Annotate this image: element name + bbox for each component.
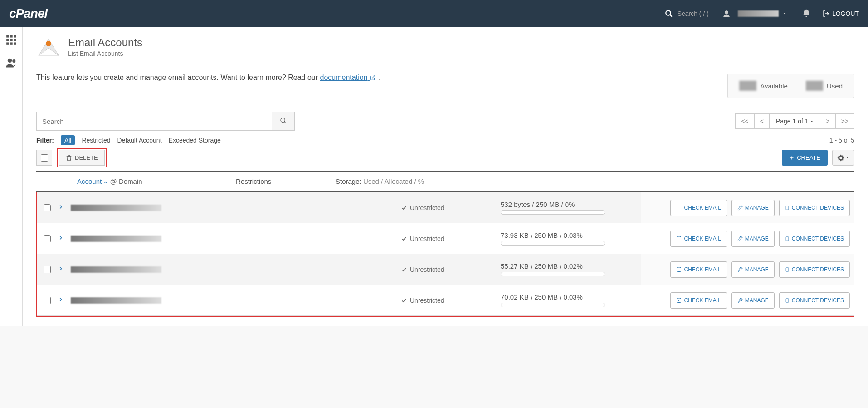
table-header: Account @ Domain Restrictions Storage: U… (36, 172, 854, 192)
svg-point-17 (281, 118, 285, 122)
external-icon (676, 205, 682, 211)
connect-devices-button[interactable]: CONNECT DEVICES (779, 200, 850, 216)
storage-text: 70.02 KB / 250 MB / 0.03% (501, 293, 641, 301)
expand-button[interactable] (58, 265, 64, 273)
page-next-button[interactable]: > (820, 113, 835, 129)
manage-button[interactable]: MANAGE (731, 292, 775, 309)
check-icon (401, 205, 407, 211)
expand-button[interactable] (58, 296, 64, 304)
chevron-right-icon (58, 204, 64, 210)
left-sidebar (0, 27, 23, 326)
notifications-button[interactable] (802, 9, 811, 19)
restriction-label: Unrestricted (410, 204, 444, 211)
svg-rect-3 (6, 35, 9, 37)
chevron-right-icon (58, 235, 64, 241)
expand-button[interactable] (58, 204, 64, 211)
device-icon (785, 236, 790, 242)
restriction-cell: Unrestricted (401, 266, 501, 273)
documentation-link[interactable]: documentation (320, 74, 376, 81)
search-input[interactable] (36, 112, 272, 131)
column-restrictions[interactable]: Restrictions (236, 177, 336, 185)
search-icon (280, 117, 287, 124)
cpanel-logo[interactable]: cPanel (9, 6, 47, 21)
stats-box: Available Used (727, 74, 854, 98)
check-email-button[interactable]: CHECK EMAIL (670, 231, 727, 247)
check-icon (401, 266, 407, 273)
user-menu[interactable] (722, 10, 790, 18)
svg-rect-10 (10, 42, 12, 44)
email-accounts-icon (36, 37, 61, 57)
page-first-button[interactable]: << (735, 113, 754, 129)
filter-bar: Filter: All Restricted Default Account E… (36, 135, 221, 145)
table-row: Unrestricted 73.93 KB / 250 MB / 0.03% C… (37, 223, 854, 254)
logout-icon (822, 10, 829, 17)
wrench-icon (737, 298, 743, 303)
row-checkbox[interactable] (44, 204, 51, 211)
main-content: Email Accounts List Email Accounts This … (23, 27, 868, 326)
storage-bar (501, 210, 605, 215)
available-count-redacted (739, 81, 756, 91)
wrench-icon (737, 267, 743, 272)
page-title: Email Accounts (68, 36, 142, 49)
search-placeholder-text: Search ( / ) (678, 10, 709, 17)
connect-devices-button[interactable]: CONNECT DEVICES (779, 231, 850, 247)
connect-devices-button[interactable]: CONNECT DEVICES (779, 261, 850, 278)
trash-icon (66, 155, 72, 161)
row-checkbox[interactable] (44, 297, 51, 304)
filter-exceeded-storage[interactable]: Exceeded Storage (169, 137, 221, 144)
select-all-wrapper[interactable] (36, 150, 52, 166)
external-link-icon (370, 74, 376, 81)
storage-bar (501, 241, 605, 246)
bell-icon (802, 9, 811, 18)
row-checkbox[interactable] (44, 266, 51, 273)
svg-point-0 (666, 10, 671, 15)
sidebar-users-button[interactable] (5, 56, 18, 70)
filter-label: Filter: (36, 137, 54, 144)
sidebar-apps-button[interactable] (5, 34, 17, 47)
manage-button[interactable]: MANAGE (731, 200, 775, 216)
check-email-button[interactable]: CHECK EMAIL (670, 292, 727, 309)
svg-rect-27 (786, 298, 789, 302)
svg-rect-23 (786, 236, 789, 240)
users-icon (5, 56, 18, 69)
filter-all[interactable]: All (61, 135, 75, 145)
storage-cell: 532 bytes / 250 MB / 0% (501, 201, 641, 215)
username-redacted (738, 10, 779, 17)
result-count: 1 - 5 of 5 (829, 137, 854, 144)
device-icon (785, 297, 790, 304)
manage-button[interactable]: MANAGE (731, 261, 775, 278)
check-email-button[interactable]: CHECK EMAIL (670, 261, 727, 278)
delete-button[interactable]: DELETE (59, 150, 105, 166)
page-prev-button[interactable]: < (754, 113, 770, 129)
create-button[interactable]: CREATE (782, 150, 828, 166)
page-last-button[interactable]: >> (835, 113, 854, 129)
wrench-icon (737, 205, 743, 211)
sort-asc-icon (103, 180, 108, 185)
account-email-redacted (71, 297, 161, 304)
wrench-icon (737, 236, 743, 241)
settings-button[interactable] (832, 150, 854, 166)
top-navbar: cPanel Search ( / ) LOGOUT (0, 0, 868, 27)
manage-button[interactable]: MANAGE (731, 231, 775, 247)
row-checkbox[interactable] (44, 235, 51, 242)
svg-line-1 (670, 15, 672, 17)
page-info[interactable]: Page 1 of 1 (769, 113, 821, 129)
check-email-button[interactable]: CHECK EMAIL (670, 200, 727, 216)
create-label: CREATE (797, 154, 820, 161)
logout-button[interactable]: LOGOUT (822, 10, 859, 17)
connect-devices-button[interactable]: CONNECT DEVICES (779, 292, 850, 309)
check-icon (401, 236, 407, 242)
column-account[interactable]: Account @ Domain (77, 177, 236, 185)
account-email-redacted (71, 205, 161, 211)
filter-restricted[interactable]: Restricted (82, 137, 110, 144)
external-icon (676, 267, 682, 272)
global-search[interactable]: Search ( / ) (665, 10, 709, 18)
used-count-redacted (806, 81, 823, 91)
svg-rect-9 (6, 42, 9, 44)
svg-rect-7 (10, 39, 12, 41)
filter-default-account[interactable]: Default Account (117, 137, 161, 144)
search-button[interactable] (272, 112, 295, 131)
select-all-checkbox[interactable] (41, 154, 48, 162)
expand-button[interactable] (58, 235, 64, 242)
storage-bar (501, 272, 605, 276)
